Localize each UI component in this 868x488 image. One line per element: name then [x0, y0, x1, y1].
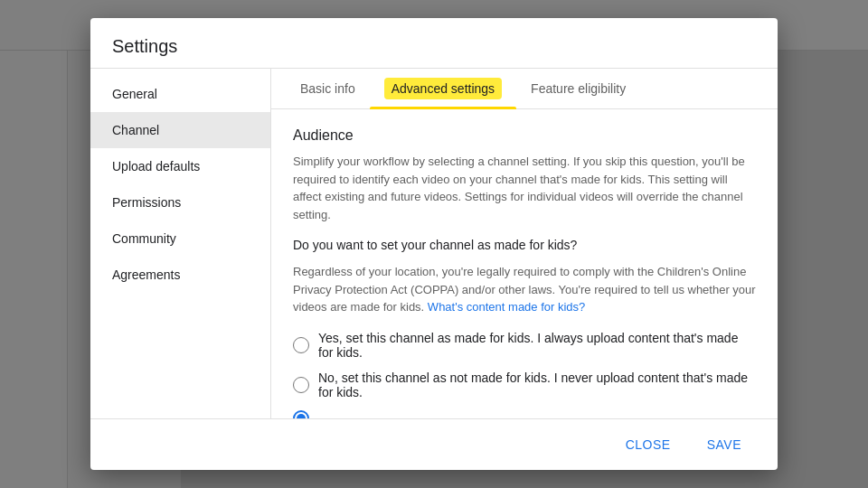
kids-radio-group: Yes, set this channel as made for kids. …: [293, 331, 756, 419]
whats-content-link[interactable]: What's content made for kids?: [428, 300, 585, 314]
save-button[interactable]: SAVE: [693, 430, 756, 459]
sidebar-item-agreements[interactable]: Agreements: [90, 257, 270, 293]
modal-body: General Channel Upload defaults Permissi…: [90, 69, 778, 418]
tabs-bar: Basic info Advanced settings Feature eli…: [271, 69, 778, 109]
modal-footer: CLOSE SAVE: [90, 418, 778, 470]
kids-question: Do you want to set your channel as made …: [293, 238, 756, 252]
sidebar-item-upload-defaults[interactable]: Upload defaults: [90, 148, 270, 184]
sidebar-item-permissions[interactable]: Permissions: [90, 184, 270, 221]
settings-modal: Settings General Channel Upload defaults…: [90, 18, 778, 470]
sidebar-item-general[interactable]: General: [90, 76, 270, 112]
radio-selected-option[interactable]: [293, 410, 756, 419]
settings-sidebar: General Channel Upload defaults Permissi…: [90, 69, 271, 418]
main-content: Basic info Advanced settings Feature eli…: [271, 69, 778, 418]
audience-description: Simplify your workflow by selecting a ch…: [293, 153, 756, 223]
modal-header: Settings: [90, 18, 778, 69]
sidebar-item-community[interactable]: Community: [90, 221, 270, 257]
radio-no-kids[interactable]: No, set this channel as not made for kid…: [293, 371, 756, 399]
radio-selected-indicator: [293, 410, 309, 419]
audience-section: Audience Simplify your workflow by selec…: [293, 127, 756, 418]
content-area: Audience Simplify your workflow by selec…: [271, 109, 778, 418]
modal-title: Settings: [112, 36, 756, 57]
close-button[interactable]: CLOSE: [611, 430, 685, 459]
tab-advanced-settings[interactable]: Advanced settings: [370, 69, 516, 108]
legal-text: Regardless of your location, you're lega…: [293, 263, 756, 316]
tab-advanced-settings-label: Advanced settings: [384, 78, 502, 99]
audience-title: Audience: [293, 127, 756, 144]
radio-no-kids-input[interactable]: [293, 377, 309, 393]
tab-basic-info[interactable]: Basic info: [286, 69, 370, 108]
radio-yes-kids[interactable]: Yes, set this channel as made for kids. …: [293, 331, 756, 360]
sidebar-item-channel[interactable]: Channel: [90, 112, 270, 148]
radio-yes-kids-input[interactable]: [293, 337, 309, 353]
tab-feature-eligibility[interactable]: Feature eligibility: [516, 69, 640, 108]
radio-no-kids-label: No, set this channel as not made for kid…: [318, 371, 756, 399]
radio-yes-kids-label: Yes, set this channel as made for kids. …: [318, 331, 756, 360]
